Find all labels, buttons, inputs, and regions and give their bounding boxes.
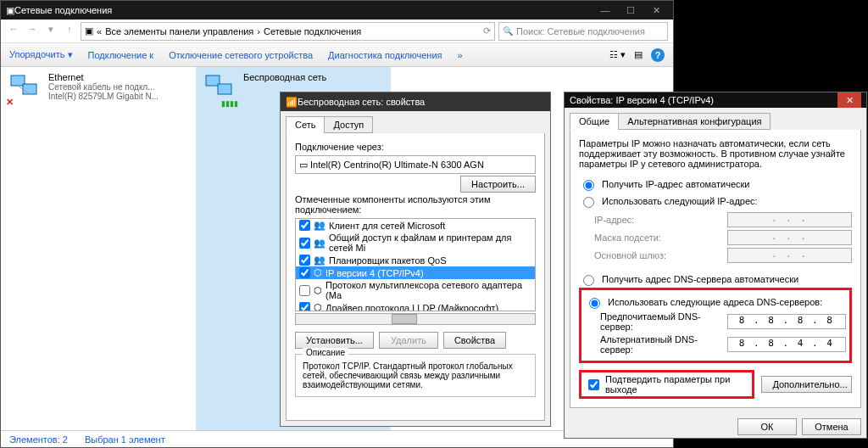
ethernet-icon: ✕ [8,72,42,106]
tabs: Сеть Доступ [281,111,550,133]
tab-alternate[interactable]: Альтернативная конфигурация [618,113,771,130]
path-segment-1[interactable]: Все элементы панели управления [105,26,253,36]
tab-access[interactable]: Доступ [324,116,373,133]
validate-label: Подтвердить параметры при выходе [605,374,748,395]
manual-ip-radio[interactable] [583,197,594,208]
ip-address-input: . . . [727,212,852,227]
dns-highlight: Использовать следующие адреса DNS-сервер… [579,288,852,363]
auto-dns-radio[interactable] [583,275,594,286]
component-checkbox[interactable] [299,302,310,311]
nic-icon: ▭ [299,160,308,171]
titlebar[interactable]: Свойства: IP версии 4 (TCP/IPv4) ✕ [565,92,866,108]
dialog-title: Беспроводная сеть: свойства [298,97,545,107]
list-item[interactable]: Протокол мультиплексора сетевого адаптер… [326,280,531,300]
titlebar[interactable]: ▣ Сетевые подключения — ☐ ✕ [1,1,673,20]
tab-network[interactable]: Сеть [286,116,325,133]
help-icon[interactable]: ? [651,48,665,62]
folder-icon: ▣ [85,25,93,36]
close-button[interactable]: ✕ [837,92,861,108]
list-item[interactable]: Драйвер протокола LLDP (Майкрософт) [326,303,498,312]
install-button[interactable]: Установить... [295,332,374,349]
breadcrumb[interactable]: ▣ « Все элементы панели управления › Сет… [81,22,495,41]
dns1-input[interactable]: 8 . 8 . 8 . 8 [727,314,846,329]
gateway-input: . . . [727,248,852,263]
validate-checkbox[interactable] [588,379,599,390]
connection-device: Intel(R) 82579LM Gigabit N... [48,92,159,101]
auto-ip-label: Получить IP-адрес автоматически [602,179,749,189]
close-button[interactable]: ✕ [644,3,668,18]
dns2-label: Альтернативный DNS-сервер: [600,334,727,355]
list-item[interactable]: Планировщик пакетов QoS [329,255,447,266]
gateway-label: Основной шлюз: [594,250,727,260]
back-button[interactable]: ← [6,24,21,39]
list-item[interactable]: Общий доступ к файлам и принтерам для се… [329,232,531,253]
ipv4-properties-dialog: Свойства: IP версии 4 (TCP/IPv4) ✕ Общие… [564,92,867,439]
organize-button[interactable]: Упорядочить ▾ [9,49,73,60]
connection-name: Ethernet [48,72,159,82]
dns2-input[interactable]: 8 . 8 . 4 . 4 [727,337,846,352]
disable-device-button[interactable]: Отключение сетевого устройства [169,50,313,60]
selected-count: Выбран 1 элемент [85,434,165,445]
titlebar[interactable]: 📶 Беспроводная сеть: свойства [281,92,550,111]
dns1-label: Предпочитаемый DNS-сервер: [600,311,727,332]
horizontal-scrollbar[interactable] [295,313,536,325]
dialog-title: Свойства: IP версии 4 (TCP/IPv4) [570,95,837,105]
adapter-properties-dialog: 📶 Беспроводная сеть: свойства Сеть Досту… [280,92,551,427]
tab-general[interactable]: Общие [570,113,619,130]
uninstall-button: Удалить [379,332,438,349]
subnet-mask-label: Маска подсети: [594,232,727,243]
component-checkbox[interactable] [299,285,310,296]
search-input[interactable]: Поиск: Сетевые подключения [498,22,668,41]
window-title: Сетевые подключения [14,5,593,15]
manual-dns-label: Использовать следующие адреса DNS-сервер… [608,297,822,307]
diagnose-button[interactable]: Диагностика подключения [328,50,442,60]
connection-name: Беспроводная сеть [243,72,326,82]
list-item[interactable]: Клиент для сетей Microsoft [329,221,445,231]
component-checkbox[interactable] [299,220,310,231]
description-group: Описание Протокол TCP/IP. Стандартный пр… [295,354,536,397]
dialog-buttons: ОК Отмена [565,413,866,440]
list-item[interactable]: IP версии 4 (TCP/IPv4) [326,268,424,278]
adapter-name: Intel(R) Centrino(R) Ultimate-N 6300 AGN [310,160,484,170]
path-prefix: « [97,26,102,36]
toolbar: Упорядочить ▾ Подключение к Отключение с… [1,43,673,67]
view-icon[interactable]: ☷ ▾ [609,49,626,60]
connection-ethernet[interactable]: ✕ Ethernet Сетевой кабель не подкл... In… [1,67,196,430]
connect-to-button[interactable]: Подключение к [88,50,154,60]
refresh-icon[interactable]: ⟳ [483,25,491,36]
nav-bar: ← → ▾ ↑ ▣ « Все элементы панели управлен… [1,20,673,43]
configure-button[interactable]: Настроить... [460,176,536,193]
component-checkbox[interactable] [299,267,310,278]
manual-dns-radio[interactable] [589,298,600,309]
toolbar-more[interactable]: » [458,50,463,60]
auto-ip-radio[interactable] [583,180,594,191]
ok-button[interactable]: ОК [737,418,797,435]
components-label: Отмеченные компоненты используются этим … [295,194,536,215]
cancel-button[interactable]: Отмена [802,418,861,435]
tabs: Общие Альтернативная конфигурация [565,108,866,130]
component-checkbox[interactable] [299,255,310,266]
advanced-button[interactable]: Дополнительно... [761,376,852,393]
ip-address-label: IP-адрес: [594,215,727,225]
maximize-button[interactable]: ☐ [619,3,643,18]
history-button[interactable]: ↑ [62,24,77,39]
dialog-icon: 📶 [286,97,298,108]
wireless-icon: ▮▮▮▮ [203,72,236,106]
connection-status: Сетевой кабель не подкл... [48,82,159,92]
auto-dns-label: Получить адрес DNS-сервера автоматически [602,274,798,284]
manual-ip-label: Использовать следующий IP-адрес: [602,196,758,206]
minimize-button[interactable]: — [593,3,617,18]
description-text: Протокол TCP/IP. Стандартный протокол гл… [303,361,528,389]
components-list[interactable]: 👥Клиент для сетей Microsoft 👥Общий досту… [295,218,536,311]
details-icon[interactable]: ▤ [634,49,643,60]
window-icon: ▣ [6,5,14,16]
up-button[interactable]: ▾ [43,24,58,39]
item-count: Элементов: 2 [9,434,68,445]
properties-button[interactable]: Свойства [443,332,506,349]
path-segment-2[interactable]: Сетевые подключения [264,26,361,36]
svg-rect-4 [218,84,231,94]
connect-through-label: Подключение через: [295,142,536,152]
component-checkbox[interactable] [299,238,310,249]
forward-button[interactable]: → [25,24,40,39]
svg-rect-1 [23,84,36,94]
